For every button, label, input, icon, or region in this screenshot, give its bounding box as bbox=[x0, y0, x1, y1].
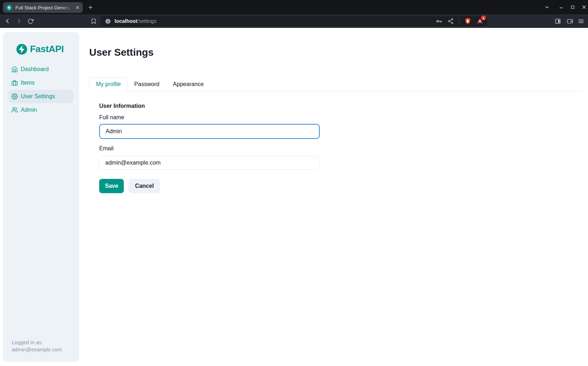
url-path: /settings bbox=[137, 18, 157, 24]
site-info-icon[interactable] bbox=[105, 18, 111, 24]
fastapi-bolt-icon bbox=[16, 44, 27, 55]
tab-appearance[interactable]: Appearance bbox=[166, 77, 211, 91]
home-icon bbox=[11, 66, 18, 72]
toolbar-divider bbox=[459, 18, 459, 24]
share-icon[interactable] bbox=[447, 18, 454, 24]
logged-in-email: admin@example.com bbox=[12, 346, 62, 353]
sidebar-item-label: Dashboard bbox=[21, 66, 49, 72]
sidebar-item-items[interactable]: Items bbox=[9, 76, 74, 90]
brand-name: FastAPI bbox=[30, 44, 64, 55]
new-tab-button[interactable] bbox=[85, 2, 96, 12]
sidebar-item-label: Admin bbox=[21, 107, 37, 113]
fastapi-favicon-icon bbox=[6, 5, 12, 11]
bookmark-icon[interactable] bbox=[88, 15, 99, 27]
brave-shield-icon[interactable] bbox=[464, 17, 471, 25]
tab-my-profile[interactable]: My profile bbox=[89, 77, 127, 91]
tab-password[interactable]: Password bbox=[127, 77, 166, 91]
sidebar-item-label: User Settings bbox=[21, 93, 55, 100]
window-minimize-button[interactable] bbox=[556, 2, 567, 12]
sidebar-nav: Dashboard Items User Settings Admin bbox=[3, 62, 79, 117]
section-title: User Information bbox=[99, 103, 582, 109]
sidebar-item-label: Items bbox=[21, 80, 35, 86]
window-maximize-button[interactable] bbox=[567, 2, 578, 12]
form-actions: Save Cancel bbox=[99, 179, 582, 193]
users-icon bbox=[11, 107, 18, 113]
cancel-button[interactable]: Cancel bbox=[128, 179, 160, 193]
browser-tab-strip: Full Stack Project Genera bbox=[0, 0, 588, 14]
tab-search-chevron-icon[interactable] bbox=[542, 2, 552, 12]
briefcase-icon bbox=[11, 80, 18, 86]
settings-tabs: My profile Password Appearance bbox=[89, 77, 583, 91]
email-field[interactable] bbox=[99, 156, 320, 170]
forward-button[interactable] bbox=[13, 15, 25, 27]
reload-button[interactable] bbox=[25, 15, 36, 27]
fastapi-logo: FastAPI bbox=[16, 44, 79, 55]
page-title: User Settings bbox=[89, 46, 588, 59]
full-name-label: Full name bbox=[99, 114, 582, 121]
saved-passwords-key-icon[interactable] bbox=[436, 18, 442, 25]
sidebar-item-admin[interactable]: Admin bbox=[9, 103, 74, 117]
window-close-button[interactable] bbox=[579, 2, 588, 12]
browser-toolbar: localhost/settings 1 bbox=[0, 14, 588, 28]
browser-tab[interactable]: Full Stack Project Genera bbox=[3, 2, 83, 13]
app-sidebar: FastAPI Dashboard Items User Settings Ad… bbox=[3, 32, 79, 362]
address-bar[interactable]: localhost/settings 1 bbox=[101, 16, 487, 26]
url-text: localhost/settings bbox=[115, 18, 157, 24]
hamburger-menu-icon[interactable] bbox=[575, 15, 587, 27]
save-button[interactable]: Save bbox=[99, 179, 124, 193]
tab-title: Full Stack Project Genera bbox=[15, 5, 74, 10]
full-name-field[interactable] bbox=[99, 124, 320, 139]
main-content: User Settings My profile Password Appear… bbox=[89, 28, 588, 366]
profile-tab-panel: User Information Full name Email Save Ca… bbox=[89, 91, 588, 193]
sidebar-panel-icon[interactable] bbox=[552, 15, 563, 27]
sidebar-item-user-settings[interactable]: User Settings bbox=[9, 90, 74, 103]
sidebar-item-dashboard[interactable]: Dashboard bbox=[9, 62, 74, 76]
url-host: localhost bbox=[115, 18, 137, 24]
brave-rewards-icon[interactable]: 1 bbox=[476, 17, 483, 25]
logged-in-label: Logged in as: bbox=[12, 339, 62, 346]
tab-close-icon[interactable] bbox=[74, 4, 81, 11]
wallet-icon[interactable] bbox=[564, 15, 576, 27]
email-label: Email bbox=[99, 145, 582, 152]
gear-icon bbox=[11, 93, 18, 100]
logged-in-info: Logged in as: admin@example.com bbox=[12, 339, 62, 353]
back-button[interactable] bbox=[2, 15, 13, 27]
rewards-badge: 1 bbox=[481, 15, 486, 20]
